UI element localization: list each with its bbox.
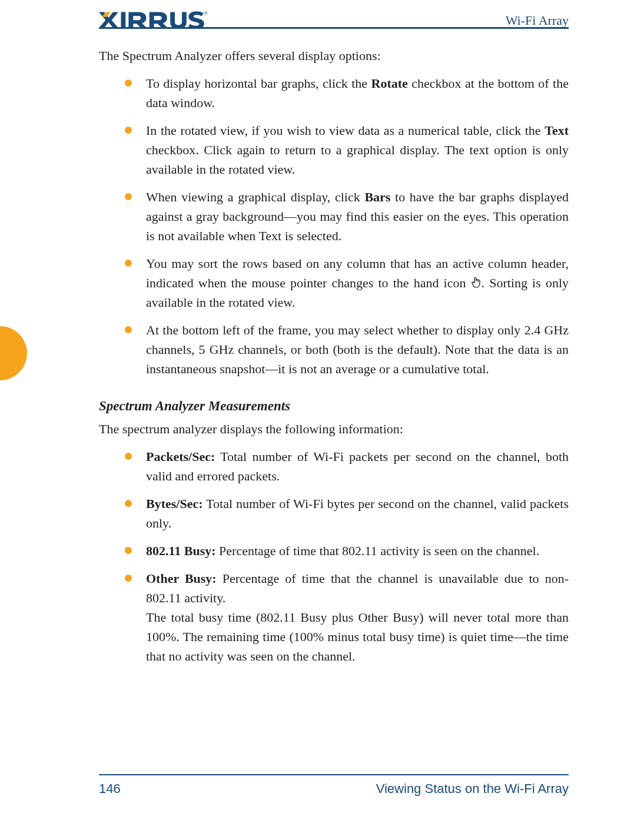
li-bold: Bytes/Sec:	[146, 496, 203, 511]
li-text-suffix: checkbox. Click again to return to a gra…	[146, 142, 569, 177]
page: R Wi-Fi Array The Spectrum Analyzer offe…	[0, 0, 644, 813]
page-number: 146	[99, 781, 121, 797]
li-bold: Other Busy:	[146, 571, 217, 586]
li-rest: Total number of Wi-Fi bytes per second o…	[146, 496, 569, 530]
page-header: R Wi-Fi Array	[0, 11, 644, 35]
li-bold: 802.11 Busy:	[146, 543, 216, 558]
list-item: In the rotated view, if you wish to view…	[125, 121, 569, 179]
list-item: Other Busy: Percentage of time that the …	[125, 569, 569, 666]
li-text-prefix: When viewing a graphical display, click	[146, 190, 364, 204]
li-rest: Percentage of time that 802.11 activity …	[216, 543, 540, 558]
li-bold: Text	[545, 123, 569, 138]
li-text-prefix: To display horizontal bar graphs, click …	[146, 76, 371, 91]
list-item: Packets/Sec: Total number of Wi-Fi packe…	[125, 447, 569, 486]
svg-rect-1	[121, 12, 126, 28]
product-name: Wi-Fi Array	[506, 13, 569, 28]
li-text-prefix: In the rotated view, if you wish to view…	[146, 123, 545, 138]
measurements-heading: Spectrum Analyzer Measurements	[99, 396, 569, 417]
page-footer: 146 Viewing Status on the Wi-Fi Array	[99, 779, 569, 797]
list-item: When viewing a graphical display, click …	[125, 187, 569, 245]
li-bold: Rotate	[371, 76, 408, 91]
list-item: You may sort the rows based on any colum…	[125, 254, 569, 312]
footer-rule	[99, 774, 569, 775]
display-options-list: To display horizontal bar graphs, click …	[99, 74, 569, 379]
measurements-list: Packets/Sec: Total number of Wi-Fi packe…	[99, 447, 569, 666]
hand-cursor-icon	[471, 274, 482, 286]
page-content: The Spectrum Analyzer offers several dis…	[99, 46, 569, 681]
li-text-plain: At the bottom left of the frame, you may…	[146, 323, 569, 376]
li-bold: Bars	[364, 190, 390, 204]
list-item: At the bottom left of the frame, you may…	[125, 320, 569, 379]
footer-section: Viewing Status on the Wi-Fi Array	[376, 781, 569, 797]
list-item: To display horizontal bar graphs, click …	[125, 74, 569, 112]
list-item: 802.11 Busy: Percentage of time that 802…	[125, 541, 569, 560]
measurements-intro: The spectrum analyzer displays the follo…	[99, 419, 569, 439]
svg-text:R: R	[205, 12, 207, 14]
thumb-tab	[0, 326, 27, 380]
intro-text: The Spectrum Analyzer offers several dis…	[99, 46, 569, 65]
li-bold: Packets/Sec:	[146, 449, 215, 464]
svg-marker-0	[99, 12, 119, 28]
measurement-note: The total busy time (802.11 Busy plus Ot…	[146, 608, 569, 666]
header-rule	[99, 27, 569, 29]
list-item: Bytes/Sec: Total number of Wi-Fi bytes p…	[125, 494, 569, 533]
